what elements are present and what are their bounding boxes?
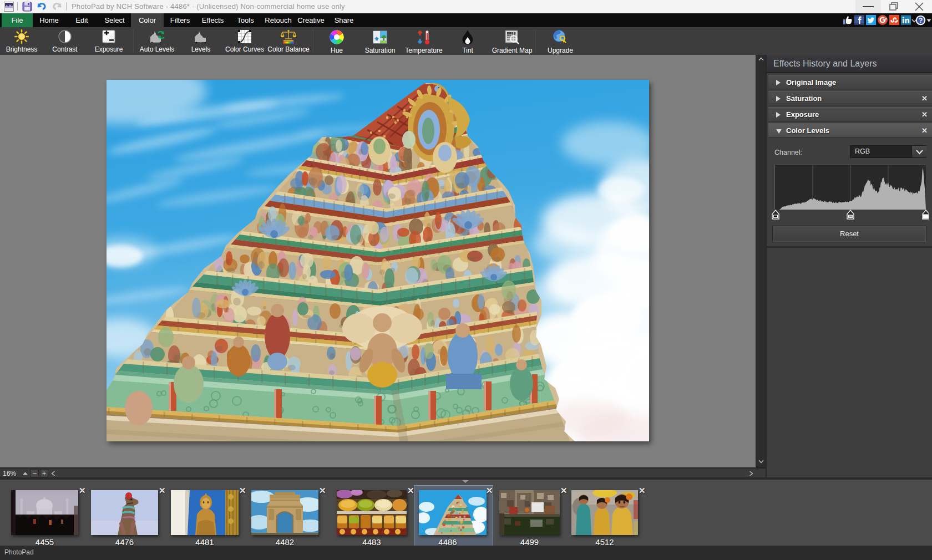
svg-text:?: ? — [919, 17, 923, 24]
